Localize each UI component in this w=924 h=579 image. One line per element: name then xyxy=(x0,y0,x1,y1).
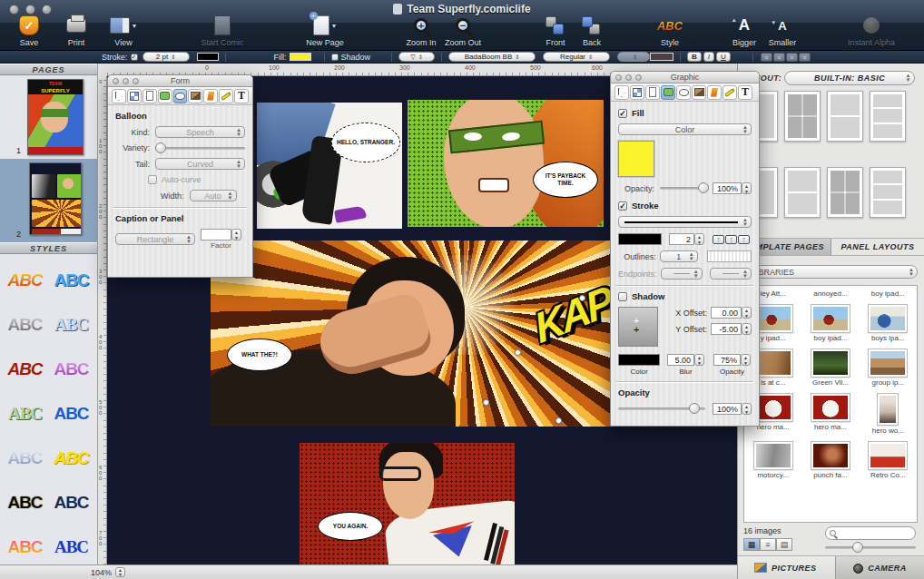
grid-view-button[interactable]: ▦ xyxy=(743,538,760,551)
instant-alpha-button[interactable]: Instant Alpha xyxy=(842,15,900,47)
align-left-button[interactable]: ≡ xyxy=(761,53,772,62)
stroke-width-stepper[interactable]: ▲▼ xyxy=(694,233,704,245)
image-item[interactable]: Green Vil... xyxy=(804,342,857,387)
comic-panel-nerd[interactable]: YOU AGAIN. xyxy=(300,443,515,564)
outlines-dropdown[interactable]: 1▲▼ xyxy=(660,250,698,262)
selection-handle[interactable] xyxy=(515,349,521,356)
shadow-format-checkbox[interactable] xyxy=(331,54,339,61)
form-panel-titlebar[interactable]: Form xyxy=(108,75,252,87)
text-icon[interactable]: T xyxy=(234,89,249,103)
align-right-button[interactable]: ≡ xyxy=(786,53,798,62)
bigger-button[interactable]: ▲ABigger xyxy=(726,15,762,47)
layout-thumb[interactable] xyxy=(870,91,906,142)
shape-icon[interactable] xyxy=(661,85,675,100)
layout-dropdown[interactable]: BUILT-IN: BASIC▲▼ xyxy=(784,71,915,85)
image-item[interactable]: boys ipa... xyxy=(861,298,914,342)
tail-dropdown[interactable]: Curved▲▼ xyxy=(155,158,245,170)
front-button[interactable]: Front xyxy=(537,15,574,47)
layout-grid-icon[interactable] xyxy=(630,85,644,100)
thumbnail-size-slider[interactable] xyxy=(825,546,916,549)
selection-handle[interactable] xyxy=(483,399,489,406)
fill-opacity-field[interactable]: 100% xyxy=(713,182,742,194)
page-icon[interactable] xyxy=(645,85,660,100)
layout-thumb[interactable] xyxy=(784,91,821,142)
shadow-blur-stepper[interactable]: ▲▼ xyxy=(694,354,704,366)
font-style-dropdown[interactable]: Regular⇕ xyxy=(543,52,610,62)
image-item[interactable]: boy ipad... xyxy=(804,298,857,342)
zoom-level-control[interactable]: 104% ▲▼ xyxy=(91,567,125,577)
fill-color-well[interactable] xyxy=(618,141,654,177)
detail-view-button[interactable]: ▤ xyxy=(776,538,792,551)
page-row-2-selected[interactable]: 2 xyxy=(0,159,97,242)
underline-button[interactable]: U xyxy=(716,52,731,62)
cursor-icon[interactable] xyxy=(112,89,126,103)
graphic-opacity-stepper[interactable]: ▲▼ xyxy=(742,403,752,415)
endpoint-start-dropdown[interactable]: ▲▼ xyxy=(661,268,703,280)
fill-checkbox[interactable]: ✓ xyxy=(618,109,627,118)
fill-color-swatch[interactable] xyxy=(290,53,311,61)
style-swatch[interactable]: ABC xyxy=(48,347,94,391)
stroke-style-dropdown[interactable]: ▲▼ xyxy=(618,216,752,228)
style-swatch[interactable]: ABC xyxy=(2,302,48,347)
stroke-position-button[interactable]: ⊺ xyxy=(738,235,750,244)
layout-thumb[interactable] xyxy=(784,167,821,218)
layout-thumb[interactable] xyxy=(870,167,906,218)
image-browser[interactable]: ley Att... annoyed... boy ipad... y ipad… xyxy=(743,285,918,523)
style-swatch[interactable]: ABC xyxy=(48,302,94,347)
vertical-ruler[interactable]: 0 100 200 300 400 500 600 700 xyxy=(98,76,107,564)
bold-button[interactable]: B xyxy=(687,52,702,62)
shadow-blur-field[interactable]: 5.00 xyxy=(667,354,694,366)
speech-balloon[interactable]: HELLO, STRANGER. xyxy=(331,123,400,162)
selection-handle[interactable] xyxy=(555,417,562,424)
image-item[interactable]: Retro Co... xyxy=(861,435,914,479)
fill-opacity-stepper[interactable]: ▲▼ xyxy=(742,182,752,194)
image-item[interactable]: hero wo... xyxy=(861,387,914,435)
pencil-icon[interactable] xyxy=(722,85,737,100)
speech-balloon[interactable]: YOU AGAIN. xyxy=(318,512,383,541)
pencil-icon[interactable] xyxy=(219,89,233,103)
stroke-format-checkbox[interactable]: ✓ xyxy=(131,54,138,61)
camera-tab[interactable]: CAMERA xyxy=(835,556,924,579)
libraries-dropdown[interactable]: LIBRARIES▲▼ xyxy=(743,265,918,279)
image-item[interactable]: hero ma... xyxy=(804,387,857,435)
layout-thumb[interactable] xyxy=(827,91,863,142)
y-offset-stepper[interactable]: ▲▼ xyxy=(742,323,752,335)
caption-shape-dropdown[interactable]: Rectangle▲▼ xyxy=(115,233,195,245)
new-page-button[interactable]: +▼New Page xyxy=(301,15,349,47)
style-swatch[interactable]: ABC xyxy=(2,258,48,302)
lettering-icon[interactable] xyxy=(203,89,218,103)
zoom-in-button[interactable]: +Zoom In xyxy=(401,15,441,47)
stroke-position-button[interactable]: ⊺ xyxy=(713,235,724,244)
page-row-1[interactable]: TEAMSUPERFLY 1 xyxy=(0,75,97,159)
x-offset-field[interactable]: 0.00 xyxy=(711,307,742,319)
comic-panel-masked-woman[interactable]: IT'S PAYBACK TIME. xyxy=(408,100,604,227)
x-offset-stepper[interactable]: ▲▼ xyxy=(742,307,752,319)
image-item[interactable]: group ip... xyxy=(861,342,914,387)
page-icon[interactable] xyxy=(143,89,157,103)
kapow-lettering[interactable]: KAPOW! xyxy=(529,240,619,353)
style-swatch[interactable]: ABC xyxy=(2,525,48,569)
speech-balloon[interactable]: WHAT THE?! xyxy=(227,339,292,371)
fill-type-dropdown[interactable]: Color▲▼ xyxy=(618,123,752,135)
font-size-dropdown[interactable]: ⇕ xyxy=(617,52,650,62)
text-color-swatch[interactable] xyxy=(650,53,673,61)
style-swatch[interactable]: ABC xyxy=(2,391,48,436)
stroke-width-field[interactable]: 2 xyxy=(669,233,694,245)
graphic-opacity-slider[interactable] xyxy=(618,407,705,410)
shape-icon[interactable] xyxy=(158,89,172,103)
stroke-checkbox[interactable]: ✓ xyxy=(618,201,627,211)
shadow-direction-well[interactable]: + + xyxy=(618,307,658,347)
style-button[interactable]: ABCStyle xyxy=(650,15,690,47)
pictures-tab[interactable]: PICTURES xyxy=(772,564,817,573)
page-1-thumbnail[interactable]: TEAMSUPERFLY xyxy=(27,79,84,155)
style-swatch[interactable]: ABC xyxy=(48,391,94,436)
comic-panel-kapow[interactable]: WHAT THE?! KAPOW! xyxy=(211,240,619,427)
style-swatch[interactable]: ABC xyxy=(2,436,48,480)
cursor-icon[interactable] xyxy=(614,85,629,100)
window-buttons[interactable] xyxy=(113,78,139,84)
page-2-thumbnail[interactable] xyxy=(29,162,82,235)
factor-field[interactable] xyxy=(201,229,231,240)
balloon-icon[interactable] xyxy=(676,85,691,100)
image-item[interactable]: motorcy... xyxy=(747,435,800,479)
start-comic-button[interactable]: Start Comic xyxy=(194,15,251,47)
